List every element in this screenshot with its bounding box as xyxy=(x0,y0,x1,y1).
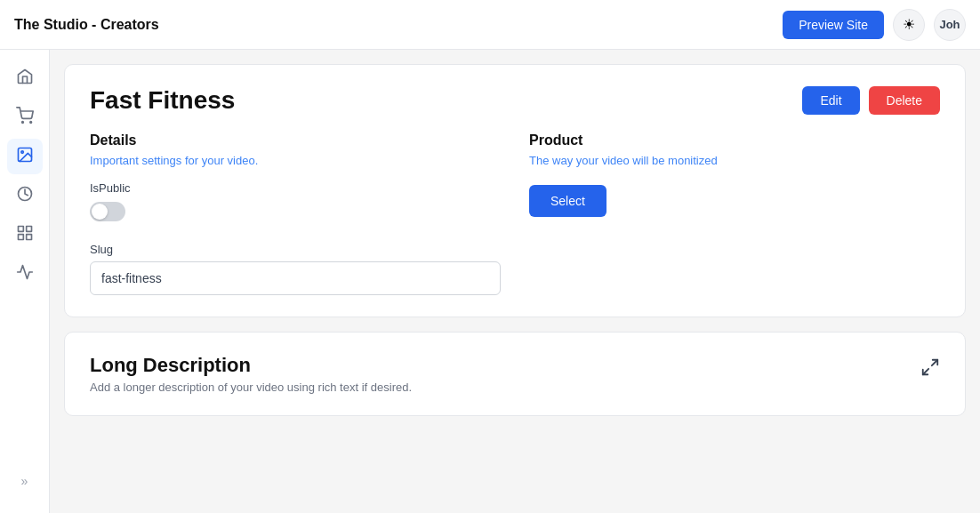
toggle-knob xyxy=(92,204,108,220)
details-label: Details xyxy=(90,132,501,148)
slug-input[interactable] xyxy=(90,261,501,295)
svg-rect-7 xyxy=(26,234,31,239)
svg-rect-5 xyxy=(18,226,23,231)
card2-description: Add a longer description of your video u… xyxy=(90,381,412,394)
main-layout: » Fast Fitness Edit Delete Details Impor… xyxy=(0,50,980,513)
svg-line-9 xyxy=(932,360,937,365)
sidebar-item-cart[interactable] xyxy=(7,100,43,135)
svg-point-0 xyxy=(21,121,23,123)
sun-icon: ☀ xyxy=(903,16,915,33)
card-actions: Edit Delete xyxy=(802,86,940,115)
header: The Studio - Creators Preview Site ☀ Joh xyxy=(0,0,980,50)
sidebar-item-layout[interactable] xyxy=(7,217,43,252)
collapse-icon: » xyxy=(21,474,28,488)
preview-site-button[interactable]: Preview Site xyxy=(783,11,884,39)
analytics-icon xyxy=(16,185,34,207)
is-public-field: IsPublic xyxy=(90,181,501,225)
svg-line-10 xyxy=(923,369,928,374)
image-icon xyxy=(16,146,34,168)
svg-point-1 xyxy=(29,121,31,123)
details-description: Important settings for your video. xyxy=(90,154,501,167)
svg-rect-8 xyxy=(18,234,23,239)
product-label: Product xyxy=(529,132,940,148)
sidebar: » xyxy=(0,50,50,513)
home-icon xyxy=(16,68,34,90)
fast-fitness-card: Fast Fitness Edit Delete Details Importa… xyxy=(64,64,966,317)
header-title: The Studio - Creators xyxy=(14,17,159,33)
edit-button[interactable]: Edit xyxy=(802,86,859,115)
delete-button[interactable]: Delete xyxy=(869,86,940,115)
card-header: Fast Fitness Edit Delete xyxy=(90,86,940,115)
expand-button[interactable] xyxy=(920,357,940,381)
sidebar-item-chart[interactable] xyxy=(7,256,43,292)
is-public-label: IsPublic xyxy=(90,181,501,195)
svg-point-3 xyxy=(20,150,22,153)
product-description: The way your video will be monitized xyxy=(529,154,940,167)
is-public-toggle[interactable] xyxy=(90,202,125,221)
theme-toggle-button[interactable]: ☀ xyxy=(893,9,925,41)
card2-header: Long Description Add a longer descriptio… xyxy=(90,354,940,394)
sidebar-collapse-button[interactable]: » xyxy=(7,467,43,495)
sidebar-bottom: » xyxy=(0,467,49,502)
card-title: Fast Fitness xyxy=(90,86,235,115)
sidebar-item-media[interactable] xyxy=(7,139,43,174)
svg-rect-6 xyxy=(26,226,31,231)
avatar[interactable]: Joh xyxy=(934,9,966,41)
layout-icon xyxy=(16,224,34,246)
details-section: Details Important settings for your vide… xyxy=(90,132,501,295)
cart-icon xyxy=(16,107,34,129)
slug-field: Slug xyxy=(90,243,501,295)
long-description-card: Long Description Add a longer descriptio… xyxy=(64,332,966,416)
card2-title: Long Description xyxy=(90,354,412,377)
content-area: Fast Fitness Edit Delete Details Importa… xyxy=(50,50,980,513)
sidebar-item-home[interactable] xyxy=(7,60,43,96)
product-section: Product The way your video will be monit… xyxy=(529,132,940,295)
slug-label: Slug xyxy=(90,243,501,256)
chart-icon xyxy=(16,263,34,285)
sidebar-item-analytics[interactable] xyxy=(7,178,43,213)
card2-text: Long Description Add a longer descriptio… xyxy=(90,354,412,394)
card-body: Details Important settings for your vide… xyxy=(90,132,940,295)
select-button[interactable]: Select xyxy=(529,185,606,217)
header-actions: Preview Site ☀ Joh xyxy=(783,9,966,41)
